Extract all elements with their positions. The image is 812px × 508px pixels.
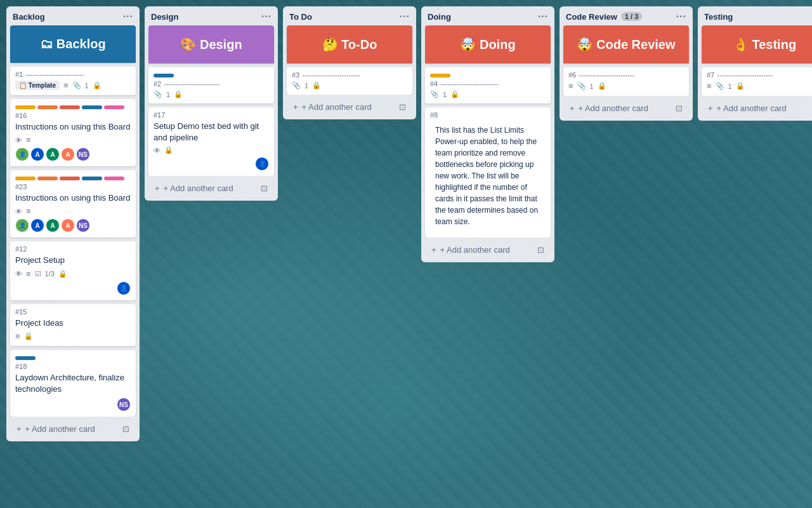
card-23[interactable]: #23 Instructions on using this Board 👤 A…: [10, 170, 136, 237]
card-18[interactable]: #18 Laydown Architecture, finalize techn…: [10, 350, 136, 417]
column-cards-testing: 👌 Testing #7 ------------------------ 1: [698, 25, 812, 96]
column-header-doing: Doing ···: [421, 6, 554, 25]
card-2[interactable]: #2 ------------------------ 1: [148, 67, 274, 104]
column-menu-design[interactable]: ···: [261, 11, 272, 22]
add-card-design[interactable]: + + Add another card ⊡: [148, 178, 274, 198]
clip-icon: [716, 82, 724, 90]
avatar-a1: A: [30, 218, 44, 232]
card-design-cover[interactable]: 🎨 Design: [148, 25, 274, 64]
card-4[interactable]: #4 ------------------------- 1: [425, 67, 551, 104]
column-badge-code-review: 1 / 3: [621, 12, 642, 21]
card-number: #16: [15, 112, 27, 119]
column-doing: Doing ··· 🤯 Doing #4 -------------------…: [421, 6, 554, 262]
archive-icon: ⊡: [676, 104, 683, 113]
add-card-doing[interactable]: + + Add another card ⊡: [425, 240, 551, 260]
column-todo: To Do ··· 🤔 To-Do #3 -------------------…: [283, 6, 416, 119]
card-16[interactable]: #16 Instructions on using this Board 👤 A…: [10, 99, 136, 166]
archive-icon: ⊡: [537, 245, 544, 255]
lock-icon: [174, 90, 183, 98]
card-todo-cover[interactable]: 🤔 To-Do: [287, 25, 412, 64]
card-1[interactable]: #1 ------------------------- 📋 Template …: [10, 67, 136, 95]
column-menu-todo[interactable]: ···: [400, 11, 410, 22]
card-cover-todo: 🤔 To-Do: [287, 25, 412, 64]
column-title-backlog: Backlog: [13, 12, 45, 22]
column-design: Design ··· 🎨 Design #2 -----------------…: [145, 6, 278, 201]
column-title-doing: Doing: [428, 12, 451, 22]
archive-icon: ⊡: [399, 102, 406, 112]
card-title-18: Laydown Architecture, finalize technolog…: [15, 372, 131, 395]
column-header-testing: Testing ···: [698, 6, 812, 25]
kanban-board: Backlog ··· 🗂 Backlog #1 ---------------…: [0, 0, 812, 508]
label-blue: [15, 356, 36, 360]
column-header-backlog: Backlog ···: [6, 6, 140, 25]
label-pink: [104, 105, 124, 109]
add-card-backlog[interactable]: + + Add another card ⊡: [10, 419, 136, 439]
card-cover-testing: 👌 Testing: [702, 25, 812, 64]
card-number: #1: [15, 70, 23, 78]
card-code-review-cover[interactable]: 🤯 Code Review: [563, 25, 689, 64]
column-header-code-review: Code Review 1 / 3 ···: [560, 6, 693, 25]
lock-icon: [312, 81, 321, 90]
label-red: [60, 105, 80, 109]
avatar-ns: NS: [117, 398, 131, 411]
avatar-ns: NS: [76, 218, 90, 232]
clip-icon: [292, 81, 301, 90]
card-testing-cover[interactable]: 👌 Testing: [702, 25, 812, 64]
label-blue: [82, 105, 102, 109]
card-7[interactable]: #7 ------------------------ 1: [702, 67, 812, 96]
card-title-23: Instructions on using this Board: [15, 192, 131, 204]
card-12[interactable]: #12 Project Setup 1/3 👤: [10, 241, 136, 300]
label-pink: [104, 177, 124, 180]
checklist-icon: [35, 270, 41, 278]
card-number: #15: [15, 308, 27, 316]
card-17[interactable]: #17 Setup Demo test bed with git and pip…: [148, 107, 274, 176]
column-cards-backlog: 🗂 Backlog #1 ------------------------- 📋…: [6, 25, 140, 417]
avatar-a3: A: [61, 147, 75, 161]
eye-icon: [15, 270, 22, 277]
card-number: #18: [15, 363, 27, 370]
card-desc-8: This list has the List Limits Power-up e…: [430, 121, 546, 232]
lock-icon: [450, 90, 459, 98]
avatar-ns: 👤: [255, 157, 269, 171]
avatar-ns: 👤: [117, 281, 131, 295]
eye-icon: [154, 147, 160, 154]
card-backlog-cover[interactable]: 🗂 Backlog: [10, 25, 136, 63]
archive-icon: ⊡: [261, 184, 268, 193]
avatar-a1: A: [30, 147, 44, 161]
card-doing-cover[interactable]: 🤯 Doing: [425, 25, 551, 64]
card-3[interactable]: #3 ------------------------- 1: [287, 67, 412, 95]
column-header-design: Design ···: [145, 6, 278, 25]
column-menu-code-review[interactable]: ···: [676, 11, 686, 22]
add-card-todo[interactable]: + + Add another card ⊡: [287, 97, 412, 117]
lines-icon: [26, 135, 31, 145]
clip-icon: [430, 90, 439, 98]
card-6[interactable]: #6 ------------------------ 1: [563, 67, 689, 96]
card-cover-backlog: 🗂 Backlog: [10, 25, 136, 63]
avatar-photo: 👤: [15, 218, 29, 232]
lines-icon: [26, 206, 31, 216]
card-15[interactable]: #15 Project Ideas: [10, 304, 136, 346]
card-number: #8: [430, 111, 438, 119]
avatar-a3: A: [61, 218, 75, 232]
label-orange: [37, 177, 58, 180]
column-menu-doing[interactable]: ···: [538, 11, 548, 22]
card-number: #17: [154, 111, 165, 119]
card-8[interactable]: #8 This list has the List Limits Power-u…: [425, 107, 551, 237]
label-orange: [37, 105, 58, 109]
add-card-code-review[interactable]: + + Add another card ⊡: [563, 98, 689, 118]
card-cover-design: 🎨 Design: [148, 25, 274, 64]
avatar-ns: NS: [76, 147, 90, 161]
column-menu-backlog[interactable]: ···: [123, 11, 133, 22]
card-number: #23: [15, 183, 27, 190]
column-title-testing: Testing: [704, 12, 733, 22]
clip-icon: [72, 81, 81, 90]
label-blue: [154, 74, 174, 77]
lines-icon: [15, 331, 20, 341]
column-code-review: Code Review 1 / 3 ··· 🤯 Code Review #6 -…: [560, 6, 693, 121]
card-number: #6: [568, 71, 576, 79]
add-card-testing[interactable]: + + Add another card ⊡: [702, 98, 812, 118]
lines-icon: [568, 81, 573, 91]
card-title-15: Project Ideas: [15, 318, 131, 329]
card-title-12: Project Setup: [15, 255, 131, 266]
label-blue: [82, 177, 102, 180]
